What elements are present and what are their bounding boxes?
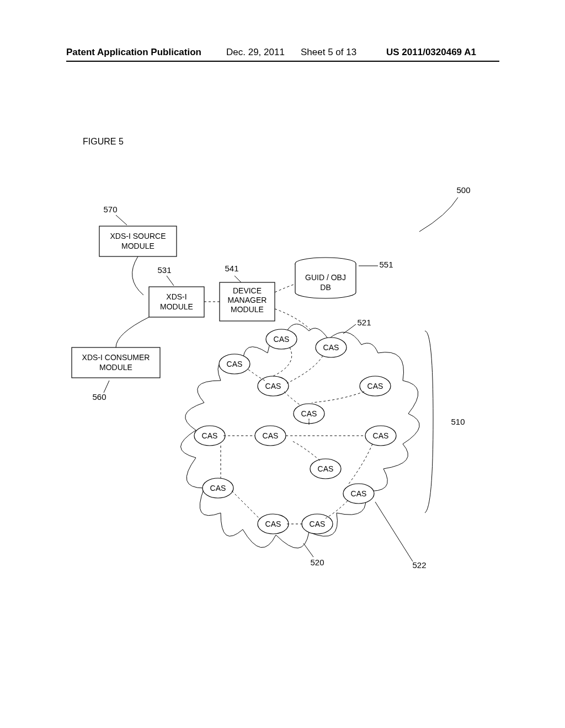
device-manager-l3: MODULE <box>231 305 264 314</box>
leader-522 <box>375 502 413 561</box>
leader-560 <box>104 381 109 393</box>
sheet-number: Sheet 5 of 13 <box>301 47 356 58</box>
svg-text:CAS: CAS <box>274 335 290 344</box>
bracket-510 <box>425 331 433 513</box>
xdsi-source-module-l1: XDS-I SOURCE <box>110 232 166 240</box>
ref-510: 510 <box>451 417 465 426</box>
device-manager-l2: MANAGER <box>228 296 267 304</box>
leader-520 <box>303 543 313 557</box>
ref-560: 560 <box>92 392 106 402</box>
xdsi-source-module-l2: MODULE <box>121 242 154 250</box>
leader-500 <box>419 197 458 232</box>
svg-text:CAS: CAS <box>202 431 218 440</box>
svg-text:CAS: CAS <box>310 520 326 528</box>
svg-text:CAS: CAS <box>263 431 279 440</box>
svg-text:CAS: CAS <box>367 382 383 390</box>
db-l1: GUID / OBJ <box>305 273 346 282</box>
xdsi-consumer-l1: XDS-I CONSUMER <box>82 353 150 362</box>
ref-531: 531 <box>157 265 171 275</box>
svg-text:CAS: CAS <box>351 489 367 498</box>
header-rule <box>66 61 499 62</box>
svg-text:CAS: CAS <box>373 431 389 440</box>
publication-number: US 2011/0320469 A1 <box>386 47 476 58</box>
device-manager-l1: DEVICE <box>233 286 262 295</box>
link-source-to-xdsi <box>132 256 143 295</box>
svg-text:CAS: CAS <box>265 382 281 390</box>
xdsi-module-l1: XDS-I <box>166 292 186 301</box>
svg-text:CAS: CAS <box>265 520 281 528</box>
ref-520: 520 <box>310 558 324 567</box>
ref-521: 521 <box>357 318 371 327</box>
link-xdsi-to-consumer <box>116 317 149 347</box>
ref-541: 541 <box>225 264 238 273</box>
ref-570: 570 <box>103 205 117 214</box>
ref-522: 522 <box>412 560 426 570</box>
svg-text:CAS: CAS <box>301 409 317 418</box>
guid-obj-db: GUID / OBJ DB <box>295 258 356 298</box>
svg-text:CAS: CAS <box>227 360 243 368</box>
diagram: 500 570 XDS-I SOURCE MODULE 531 XDS-I MO… <box>66 182 497 603</box>
xdsi-consumer-l2: MODULE <box>99 363 132 372</box>
xdsi-module-l2: MODULE <box>160 302 193 311</box>
db-l2: DB <box>320 283 331 292</box>
ref-551: 551 <box>379 260 393 269</box>
figure-label: FIGURE 5 <box>83 137 124 147</box>
publication-date: Dec. 29, 2011 <box>226 47 285 58</box>
cas-nodes: CAS CAS CAS CAS CAS CAS CAS CAS CAS CAS … <box>194 329 396 534</box>
leader-531 <box>167 276 174 286</box>
publication-label: Patent Application Publication <box>66 47 201 58</box>
ref-500: 500 <box>456 185 470 195</box>
svg-text:CAS: CAS <box>318 464 334 473</box>
link-devmgr-cloud <box>275 309 312 331</box>
svg-text:CAS: CAS <box>210 484 226 493</box>
leader-570 <box>116 215 127 225</box>
svg-text:CAS: CAS <box>323 343 339 352</box>
link-devmgr-db <box>275 284 295 292</box>
